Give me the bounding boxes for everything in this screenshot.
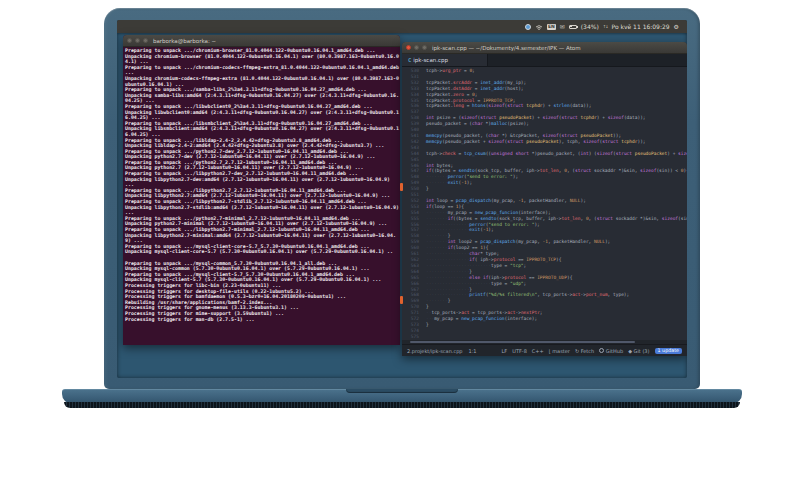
- indent-guide: ················: [426, 222, 469, 227]
- terminal-title: barborka@barborka: ~: [153, 38, 216, 44]
- indent-guide: ························: [426, 281, 491, 286]
- indent-guide: ········: [426, 210, 448, 215]
- status-github[interactable]: GitHub: [599, 348, 623, 354]
- keyboard-layout-indicator[interactable]: EN: [547, 24, 556, 30]
- editor-window: ipk-scan.cpp — ~/Dokumenty/4.semester/IP…: [402, 42, 687, 356]
- editor-close-button[interactable]: [406, 45, 411, 50]
- indent-guide: ················: [426, 287, 469, 292]
- indent-guide: ················: [426, 257, 469, 262]
- updates-badge[interactable]: 1 update: [655, 348, 682, 354]
- status-git[interactable]: ◆ Git (3): [628, 348, 649, 354]
- terminal-line: Unpacking libsmbclient:amd64 (2:4.3.11+d…: [125, 126, 400, 137]
- indent-guide: ···: [426, 316, 434, 321]
- editor-gutter: 5305315325335345355365375385395405415425…: [402, 68, 422, 340]
- terminal-line: Processing triggers for man-db (2.7.5-1)…: [125, 317, 400, 323]
- status-file-path[interactable]: 2.projekt/ipk-scan.cpp: [407, 348, 463, 354]
- code-line: tcph->check = tcp_csum((unsigned short *…: [426, 151, 687, 157]
- indent-guide: ········: [426, 233, 448, 238]
- editor-maximize-button[interactable]: [422, 45, 427, 50]
- status-branch[interactable]: ⌊ master: [549, 348, 570, 354]
- laptop-base: [62, 389, 742, 410]
- indent-guide: ························: [426, 263, 491, 268]
- clock[interactable]: Po kvě 11 16:09:29: [612, 23, 670, 30]
- git-icon: ◆: [628, 348, 632, 354]
- laptop-frame: EN ✉ (34%) ↑↓ Po kvě 11 16:09:29 ⚙ barbo…: [104, 8, 700, 389]
- status-encoding[interactable]: UTF-8: [512, 348, 527, 354]
- editor-code[interactable]: tcph->urg_ptr = 0; tcpPacket.srcAddr = i…: [422, 68, 687, 340]
- indent-guide: ················: [426, 269, 469, 274]
- tab-ipk-scan-cpp[interactable]: C ipk-scan.cpp: [402, 54, 488, 66]
- battery-percentage: (34%): [581, 23, 599, 30]
- close-button[interactable]: [127, 38, 132, 43]
- laptop-base-edge: [64, 402, 740, 408]
- terminal-window: barborka@barborka: ~ Preparing to unpack…: [123, 35, 400, 345]
- mail-icon[interactable]: ✉: [560, 24, 565, 30]
- editor-title: ipk-scan.cpp — ~/Dokumenty/4.semester/IP…: [432, 45, 581, 51]
- indent-guide: ········: [426, 174, 448, 179]
- fetch-icon: ↻: [575, 348, 579, 354]
- editor-titlebar[interactable]: ipk-scan.cpp — ~/Dokumenty/4.semester/IP…: [402, 42, 687, 54]
- laptop-mockup: EN ✉ (34%) ↑↓ Po kvě 11 16:09:29 ⚙ barbo…: [0, 0, 800, 477]
- laptop-screen: EN ✉ (34%) ↑↓ Po kvě 11 16:09:29 ⚙ barbo…: [117, 20, 687, 378]
- git-branch-icon: ⌊: [549, 348, 551, 354]
- code-line: [426, 334, 687, 340]
- editor-code-area[interactable]: 5305315325335345355365375385395405415425…: [402, 68, 687, 340]
- line-number: 575: [402, 334, 419, 340]
- tab-bar: C ipk-scan.cpp: [402, 54, 687, 67]
- scroll-marker-top: [400, 183, 403, 191]
- terminal-titlebar[interactable]: barborka@barborka: ~: [123, 35, 400, 47]
- wifi-icon[interactable]: [535, 24, 543, 30]
- tab-label: ipk-scan.cpp: [413, 57, 448, 63]
- system-menubar: EN ✉ (34%) ↑↓ Po kvě 11 16:09:29 ⚙: [117, 20, 687, 33]
- indent-guide: ········: [426, 180, 448, 185]
- laptop-lid-notch: [346, 389, 458, 393]
- indent-guide: ················: [426, 227, 469, 232]
- github-icon: [599, 348, 604, 353]
- indent-guide: ················: [426, 251, 469, 256]
- network-arrows-icon[interactable]: ↑↓: [603, 24, 608, 29]
- editor-minimize-button[interactable]: [414, 45, 419, 50]
- session-gear-icon[interactable]: ⚙: [674, 24, 679, 30]
- scroll-marker-bottom: [400, 296, 403, 304]
- battery-icon[interactable]: [569, 25, 577, 29]
- minimize-button[interactable]: [135, 38, 140, 43]
- status-fetch[interactable]: ↻ Fetch: [575, 348, 594, 354]
- terminal-line: Unpacking mysql-client-core-5.7 (5.7.30-…: [125, 249, 400, 255]
- status-line-ending[interactable]: LF: [502, 348, 508, 354]
- maximize-button[interactable]: [143, 38, 148, 43]
- indent-guide: ········: [426, 216, 448, 221]
- status-cursor-position[interactable]: 1:1: [469, 348, 477, 354]
- indent-guide: ················: [426, 275, 469, 280]
- indent-guide: ········: [426, 245, 448, 250]
- indent-guide: ················: [426, 292, 469, 297]
- scrollbar-handle[interactable]: [410, 341, 635, 343]
- indicator-app-icon[interactable]: [525, 24, 531, 30]
- terminal-body[interactable]: Preparing to unpack .../chromium-browser…: [123, 47, 400, 345]
- indent-guide: ········: [426, 298, 448, 303]
- system-tray: EN ✉ (34%) ↑↓ Po kvě 11 16:09:29 ⚙: [525, 23, 679, 30]
- cpp-file-icon: C: [408, 57, 411, 63]
- indent-guide: ········: [426, 239, 448, 244]
- status-bar: 2.projekt/ipk-scan.cpp 1:1 LF UTF-8 C++ …: [402, 344, 687, 356]
- status-language[interactable]: C++: [532, 348, 544, 354]
